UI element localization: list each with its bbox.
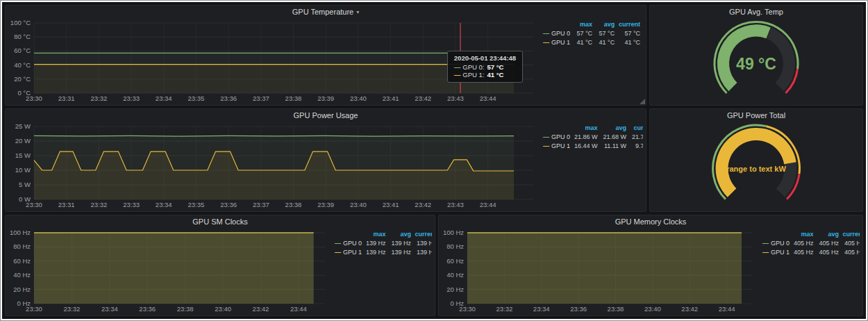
svg-text:23:44: 23:44 bbox=[290, 305, 307, 313]
legend-header-current[interactable]: current bbox=[616, 20, 642, 29]
svg-text:23:44: 23:44 bbox=[480, 94, 496, 102]
svg-text:23:38: 23:38 bbox=[285, 94, 302, 102]
chart-tooltip: 2020-05-01 23:44:48 —GPU 0:57 °C —GPU 1:… bbox=[447, 51, 523, 83]
svg-text:23:44: 23:44 bbox=[719, 305, 735, 313]
legend-series-gpu1[interactable]: —GPU 1 bbox=[335, 248, 362, 257]
legend-series-gpu0[interactable]: —GPU 0 bbox=[762, 239, 790, 248]
legend-header-avg[interactable]: avg bbox=[594, 20, 616, 29]
legend-max-value: 16.44 W bbox=[570, 142, 599, 151]
svg-text:23:42: 23:42 bbox=[415, 94, 431, 102]
svg-text:23:40: 23:40 bbox=[644, 305, 661, 313]
svg-text:20 Hz: 20 Hz bbox=[13, 286, 31, 293]
legend-series-gpu0[interactable]: —GPU 0 bbox=[335, 239, 362, 248]
legend-current-value: 9.76 W bbox=[628, 142, 643, 151]
legend-header-current[interactable]: current bbox=[840, 230, 860, 239]
legend-current-value: 405 Hz bbox=[840, 239, 860, 248]
panel-resize-handle[interactable] bbox=[640, 99, 645, 104]
svg-text:23:40: 23:40 bbox=[350, 94, 367, 102]
panel-header-gpu-memory-clocks[interactable]: GPU Memory Clocks bbox=[439, 215, 862, 228]
svg-text:23:33: 23:33 bbox=[123, 94, 140, 102]
svg-text:23:32: 23:32 bbox=[496, 305, 512, 313]
legend-header-avg[interactable]: avg bbox=[599, 124, 628, 133]
svg-text:23:44: 23:44 bbox=[480, 201, 496, 208]
svg-text:23:40: 23:40 bbox=[215, 305, 231, 313]
panel-header-gpu-power-total[interactable]: GPU Power Total bbox=[650, 109, 862, 122]
svg-text:40 Hz: 40 Hz bbox=[446, 271, 464, 279]
svg-text:20 °C: 20 °C bbox=[14, 75, 31, 83]
tooltip-row: —GPU 1:41 °C bbox=[454, 71, 516, 79]
gpu-power-usage-chart[interactable]: 23:3023:3123:3223:3323:3423:3523:3623:37… bbox=[8, 122, 539, 210]
svg-text:23:40: 23:40 bbox=[350, 201, 367, 208]
panel-gpu-sm-clocks: GPU SM Clocks 23:3023:3223:3423:3623:382… bbox=[5, 215, 435, 316]
gpu-memory-clocks-plot[interactable]: 23:3023:3223:3423:3623:3823:4023:4223:44… bbox=[442, 228, 758, 314]
legend-header-current[interactable]: current bbox=[628, 124, 643, 133]
panel-header-gpu-sm-clocks[interactable]: GPU SM Clocks bbox=[6, 215, 435, 228]
panel-header-gpu-temperature[interactable]: GPU Temperature ▾ bbox=[6, 6, 646, 18]
svg-text:80 Hz: 80 Hz bbox=[446, 242, 464, 250]
svg-text:23:37: 23:37 bbox=[253, 94, 269, 102]
legend-row: —GPU 1 16.44 W 11.11 W 9.76 W bbox=[543, 142, 643, 151]
svg-text:40 °C: 40 °C bbox=[14, 61, 31, 69]
legend-series-gpu0[interactable]: —GPU 0 bbox=[543, 29, 571, 38]
svg-text:0 Hz: 0 Hz bbox=[450, 299, 464, 307]
legend-series-gpu1[interactable]: —GPU 1 bbox=[762, 248, 790, 257]
legend-header-max[interactable]: max bbox=[570, 124, 599, 133]
gpu-sm-clocks-plot[interactable]: 23:3023:3223:3423:3623:3823:4023:4223:44… bbox=[8, 228, 331, 314]
svg-text:40 Hz: 40 Hz bbox=[13, 271, 31, 279]
svg-text:23:38: 23:38 bbox=[285, 201, 302, 208]
panel-title: GPU Power Usage bbox=[294, 111, 358, 120]
gpu-sm-clocks-chart[interactable]: 23:3023:3223:3423:3623:3823:4023:4223:44… bbox=[8, 228, 331, 314]
legend-avg-value: 139 Hz bbox=[387, 239, 413, 248]
legend-header-avg[interactable]: avg bbox=[387, 230, 413, 239]
series-color-dash-icon: — bbox=[543, 30, 549, 37]
legend-header-max[interactable]: max bbox=[571, 20, 594, 29]
svg-text:23:38: 23:38 bbox=[608, 305, 624, 313]
legend-avg-value: 41 °C bbox=[594, 38, 616, 47]
gpu-power-usage-plot[interactable]: 23:3023:3123:3223:3323:3423:3523:3623:37… bbox=[8, 122, 539, 210]
legend-avg-value: 57 °C bbox=[594, 29, 616, 38]
legend-max-value: 57 °C bbox=[571, 29, 594, 38]
svg-text:23:34: 23:34 bbox=[101, 305, 118, 313]
panel-header-gpu-power-usage[interactable]: GPU Power Usage bbox=[6, 109, 646, 122]
svg-text:60 Hz: 60 Hz bbox=[13, 257, 31, 265]
svg-text:23:41: 23:41 bbox=[383, 94, 399, 102]
svg-text:23:36: 23:36 bbox=[139, 305, 156, 313]
series-color-dash-icon: — bbox=[335, 249, 341, 256]
legend-current-value: 139 Hz bbox=[412, 248, 432, 257]
svg-text:23:36: 23:36 bbox=[570, 305, 587, 313]
series-color-dash-icon: — bbox=[543, 39, 549, 46]
legend-series-gpu0[interactable]: —GPU 0 bbox=[543, 133, 570, 142]
svg-text:5 W: 5 W bbox=[19, 181, 31, 188]
svg-text:15 W: 15 W bbox=[15, 151, 31, 159]
legend-header-avg[interactable]: avg bbox=[815, 230, 841, 239]
panel-gpu-power-total: GPU Power Total range to text kW bbox=[649, 108, 863, 212]
legend-header-current[interactable]: current bbox=[412, 230, 432, 239]
legend-row: —GPU 1 139 Hz 139 Hz 139 Hz bbox=[335, 248, 432, 257]
series-color-dash-icon: — bbox=[454, 71, 461, 79]
svg-text:20 Hz: 20 Hz bbox=[446, 286, 464, 293]
legend-max-value: 41 °C bbox=[571, 38, 594, 47]
legend-avg-value: 11.11 W bbox=[599, 142, 628, 151]
panel-title: GPU Memory Clocks bbox=[615, 217, 687, 226]
legend-row: —GPU 1 41 °C 41 °C 41 °C bbox=[543, 38, 642, 47]
chart-legend: max avg current —GPU 0 405 Hz 405 Hz 405… bbox=[758, 228, 860, 314]
legend-series-gpu1[interactable]: —GPU 1 bbox=[543, 38, 571, 47]
gpu-temperature-chart[interactable]: 23:3023:3123:3223:3323:3423:3523:3623:37… bbox=[8, 18, 539, 104]
legend-header-max[interactable]: max bbox=[362, 230, 387, 239]
legend-current-value: 41 °C bbox=[616, 38, 642, 47]
legend-row: —GPU 0 57 °C 57 °C 57 °C bbox=[543, 29, 642, 38]
tooltip-timestamp: 2020-05-01 23:44:48 bbox=[454, 54, 516, 62]
gpu-memory-clocks-chart[interactable]: 23:3023:3223:3423:3623:3823:4023:4223:44… bbox=[442, 228, 758, 314]
gpu-power-total-gauge: range to text kW bbox=[653, 122, 860, 210]
chevron-down-icon[interactable]: ▾ bbox=[356, 9, 359, 15]
legend-avg-value: 405 Hz bbox=[815, 239, 841, 248]
legend-row: —GPU 1 405 Hz 405 Hz 405 Hz bbox=[762, 248, 860, 257]
svg-text:23:42: 23:42 bbox=[681, 305, 698, 313]
panel-header-gpu-avg-temp[interactable]: GPU Avg. Temp bbox=[650, 6, 862, 18]
gpu-avg-temp-gauge: 49 °C bbox=[653, 18, 860, 104]
legend-header-max[interactable]: max bbox=[790, 230, 815, 239]
svg-text:80 Hz: 80 Hz bbox=[13, 242, 31, 250]
panel-gpu-memory-clocks: GPU Memory Clocks 23:3023:3223:3423:3623… bbox=[438, 215, 863, 316]
legend-series-gpu1[interactable]: —GPU 1 bbox=[543, 142, 570, 151]
legend-row: —GPU 0 139 Hz 139 Hz 139 Hz bbox=[335, 239, 432, 248]
